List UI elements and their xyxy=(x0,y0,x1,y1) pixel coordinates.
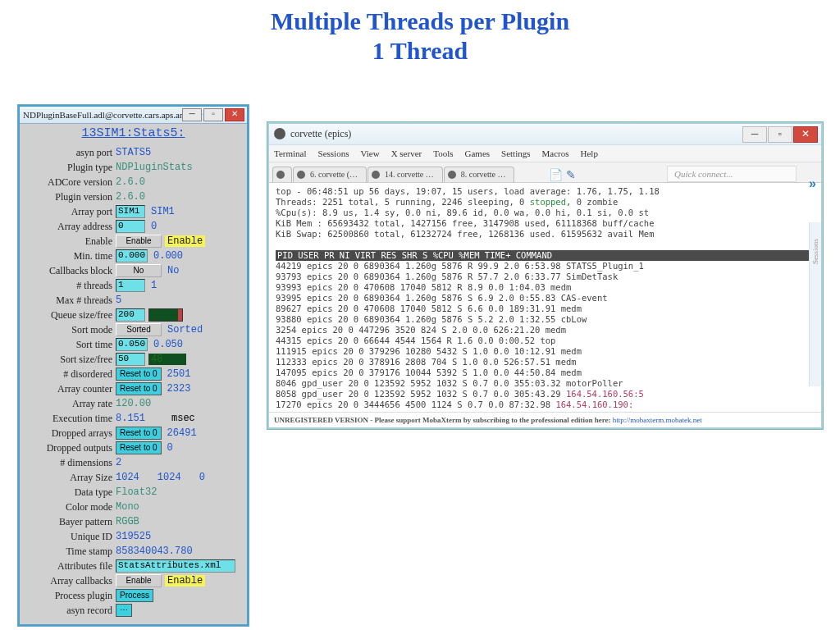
medm-button[interactable]: Reset to 0 xyxy=(116,382,162,395)
medm-row: Array callbacksEnableEnable xyxy=(24,573,243,588)
tab-session[interactable]: 8. corvette … xyxy=(444,167,515,182)
queue-bar xyxy=(148,308,183,322)
medm-field[interactable]: 200 xyxy=(116,308,145,322)
medm-row: Bayer patternRGGB xyxy=(24,514,243,529)
medm-value: 2 xyxy=(116,457,121,468)
medm-value: Float32 xyxy=(116,486,157,498)
medm-button[interactable]: Reset to 0 xyxy=(116,427,162,440)
medm-field[interactable]: 0 xyxy=(116,220,145,233)
medm-row: Array portSIM1SIM1 xyxy=(24,204,243,219)
medm-row-label: asyn record xyxy=(24,605,112,617)
close-button[interactable]: ✕ xyxy=(793,126,818,143)
close-button[interactable]: ✕ xyxy=(225,108,244,121)
menu-item[interactable]: Tools xyxy=(433,145,453,162)
medm-readback: 2501 xyxy=(165,368,203,380)
home-icon: ⌂ xyxy=(278,170,283,179)
proc-row: 147095 epics 20 0 379176 10044 5392 S 1.… xyxy=(276,368,815,378)
medm-dropdown[interactable]: Sorted xyxy=(116,323,162,336)
medm-row-label: # disordered xyxy=(24,368,112,381)
medm-value: 2.6.0 xyxy=(116,176,145,188)
maximize-button[interactable]: ▫ xyxy=(203,108,223,121)
medm-row-label: ADCore version xyxy=(24,176,112,189)
medm-row: Dropped arraysReset to 026491 xyxy=(24,426,243,441)
medm-row-label: Array port xyxy=(24,206,112,218)
medm-value: STATS5 xyxy=(116,147,151,158)
medm-readback: Enable xyxy=(165,235,205,247)
medm-value: 8.151 xyxy=(116,413,145,424)
menu-item[interactable]: Games xyxy=(465,145,491,162)
medm-row: Sort size/free5048 xyxy=(24,352,243,367)
medm-dropdown[interactable]: Enable xyxy=(116,235,162,248)
medm-field[interactable]: SIM1 xyxy=(116,205,145,218)
paper-icon[interactable]: 📄 xyxy=(548,167,563,182)
medm-button[interactable]: Reset to 0 xyxy=(116,441,162,454)
medm-value: 1024 xyxy=(116,472,139,483)
medm-readback: No xyxy=(165,265,203,276)
maximize-button[interactable]: ▫ xyxy=(768,126,792,143)
proc-row: 8058 gpd_user 20 0 123592 5952 1032 S 0.… xyxy=(276,389,815,399)
medm-row-label: Sort size/free xyxy=(24,354,112,366)
medm-field[interactable]: 50 xyxy=(116,353,145,366)
medm-row: # dimensions2 xyxy=(24,455,243,470)
menu-item[interactable]: Macros xyxy=(542,145,569,162)
menu-item[interactable]: Help xyxy=(581,145,598,162)
medm-row: Sort modeSortedSorted xyxy=(24,322,243,337)
menu-item[interactable]: View xyxy=(360,145,379,162)
medm-row-label: # dimensions xyxy=(24,457,112,469)
medm-value: 120.00 xyxy=(116,398,151,409)
medm-field[interactable]: StatsAttributes.xml xyxy=(116,559,235,573)
medm-readback: 0 xyxy=(148,221,186,232)
scroll-arrow-icon[interactable]: » xyxy=(809,176,816,191)
medm-button[interactable]: ⋯ xyxy=(116,604,132,617)
top-line: %Cpu(s): 8.9 us, 1.4 sy, 0.0 ni, 89.6 id… xyxy=(276,208,815,218)
moba-titlebar[interactable]: corvette (epics) ─ ▫ ✕ xyxy=(269,124,821,145)
medm-field[interactable]: 0.050 xyxy=(116,338,148,351)
medm-row-label: Time stamp xyxy=(24,546,112,558)
tab-home[interactable]: ⌂ xyxy=(272,167,292,182)
medm-row: # disorderedReset to 02501 xyxy=(24,367,243,381)
medm-row-label: Queue size/free xyxy=(24,309,112,322)
medm-row-label: Array Size xyxy=(24,472,112,484)
tab-session[interactable]: 14. corvette … xyxy=(368,167,443,182)
menu-item[interactable]: Sessions xyxy=(318,145,349,162)
medm-field[interactable]: 1 xyxy=(116,279,145,292)
medm-row-label: Dropped outputs xyxy=(24,442,112,454)
medm-dropdown[interactable]: No xyxy=(116,264,162,277)
medm-titlebar[interactable]: NDPluginBaseFull.adl@corvette.cars.aps.a… xyxy=(20,107,247,124)
medm-row-label: Callbacks block xyxy=(24,265,112,277)
top-line: top - 06:48:51 up 56 days, 19:07, 15 use… xyxy=(276,186,815,197)
medm-row: Array Size102410240 xyxy=(24,470,243,485)
medm-button[interactable]: Process xyxy=(116,589,153,602)
medm-row: Execution time8.151msec xyxy=(24,411,243,426)
proc-row: 44315 epics 20 0 66644 4544 1564 R 1.6 0… xyxy=(276,336,815,346)
menu-item[interactable]: X server xyxy=(391,145,422,162)
medm-dropdown[interactable]: Enable xyxy=(116,574,162,587)
minimize-button[interactable]: ─ xyxy=(742,126,767,143)
medm-button[interactable]: Reset to 0 xyxy=(116,368,162,381)
minimize-button[interactable]: ─ xyxy=(182,108,202,121)
menu-item[interactable]: Settings xyxy=(501,145,530,162)
medm-field[interactable]: 0.000 xyxy=(116,249,148,262)
pencil-icon[interactable]: ✎ xyxy=(564,167,578,182)
moba-sidebar[interactable]: Sessions xyxy=(809,222,821,386)
medm-unit: msec xyxy=(171,413,195,424)
medm-row-label: Process plugin xyxy=(24,590,112,602)
top-line: Threads: 2251 total, 5 running, 2246 sle… xyxy=(276,197,815,208)
medm-title-text: NDPluginBaseFull.adl@corvette.cars.aps.a… xyxy=(23,110,203,120)
medm-row-label: Bayer pattern xyxy=(24,516,112,528)
page-title: Multiple Threads per Plugin 1 Thread xyxy=(0,7,840,66)
medm-row-label: Sort time xyxy=(24,339,112,351)
medm-row-label: Array callbacks xyxy=(24,575,112,587)
menu-item[interactable]: Terminal xyxy=(274,145,307,162)
moba-title-text: corvette (epics) xyxy=(290,128,351,139)
medm-row-label: Plugin version xyxy=(24,191,112,203)
medm-row: ADCore version2.6.0 xyxy=(24,175,243,189)
medm-row-label: Attributes file xyxy=(24,560,112,573)
moba-footer-link[interactable]: http://mobaxterm.mobatek.net xyxy=(613,416,702,424)
tab-session[interactable]: 6. corvette (… xyxy=(293,167,367,182)
proc-row: 17270 epics 20 0 3444656 4500 1124 S 0.7… xyxy=(276,399,815,410)
medm-row: asyn portSTATS5 xyxy=(24,145,243,160)
medm-readback: Enable xyxy=(165,575,205,587)
moba-terminal[interactable]: top - 06:48:51 up 56 days, 19:07, 15 use… xyxy=(269,183,821,412)
quick-connect-input[interactable]: Quick connect... xyxy=(667,166,797,182)
